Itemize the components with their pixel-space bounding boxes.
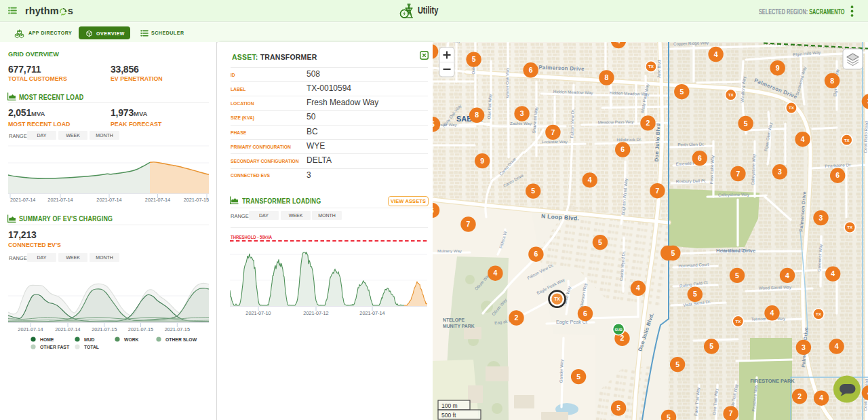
svg-text:Mulrany Way: Mulrany Way — [437, 248, 462, 253]
svg-text:3: 3 — [778, 168, 782, 176]
svg-text:4: 4 — [493, 269, 497, 277]
svg-text:Gander Way: Gander Way — [558, 359, 564, 383]
svg-text:2: 2 — [620, 334, 625, 342]
svg-text:Winter Oak Way: Winter Oak Way — [505, 67, 509, 98]
svg-text:2021-07-10: 2021-07-10 — [245, 310, 271, 316]
svg-text:Meadow Pass Way: Meadow Pass Way — [598, 119, 635, 125]
svg-text:6: 6 — [698, 154, 702, 162]
svg-text:5: 5 — [675, 360, 679, 368]
svg-text:2021-07-14: 2021-07-14 — [96, 197, 121, 202]
svg-text:2021-07-14: 2021-07-14 — [145, 197, 170, 202]
svg-text:8: 8 — [604, 73, 608, 81]
svg-text:Hillsbrook Dr.: Hillsbrook Dr. — [616, 137, 642, 142]
svg-text:100 m: 100 m — [441, 402, 458, 409]
svg-text:TX: TX — [816, 311, 822, 316]
svg-text:8: 8 — [830, 77, 834, 85]
svg-text:4: 4 — [588, 176, 592, 184]
svg-text:5: 5 — [679, 88, 684, 96]
svg-text:4: 4 — [636, 284, 640, 292]
svg-text:4: 4 — [835, 342, 839, 350]
svg-text:FIRESTONE PARK: FIRESTONE PARK — [750, 378, 795, 384]
svg-text:2: 2 — [515, 313, 519, 322]
svg-text:5: 5 — [671, 249, 675, 257]
svg-text:6: 6 — [620, 145, 625, 153]
svg-text:4: 4 — [770, 309, 774, 317]
svg-text:Heartland Drive: Heartland Drive — [716, 248, 755, 254]
svg-text:2021-07-12: 2021-07-12 — [303, 310, 328, 316]
svg-text:2: 2 — [646, 119, 650, 127]
svg-text:5: 5 — [433, 120, 435, 128]
svg-text:WORK: WORK — [124, 337, 139, 342]
svg-text:7: 7 — [467, 220, 471, 228]
svg-text:7: 7 — [655, 187, 659, 195]
svg-text:2021-07-15: 2021-07-15 — [165, 326, 190, 332]
svg-text:9: 9 — [776, 64, 780, 72]
svg-text:6: 6 — [534, 250, 538, 258]
svg-text:5: 5 — [693, 290, 697, 298]
svg-text:4: 4 — [785, 271, 789, 280]
svg-text:5: 5 — [709, 342, 713, 350]
svg-text:6: 6 — [433, 206, 434, 214]
svg-text:Zachis Way: Zachis Way — [510, 121, 532, 126]
svg-text:5: 5 — [616, 404, 620, 412]
svg-text:TX: TX — [789, 105, 795, 110]
svg-text:TX: TX — [728, 92, 734, 97]
svg-text:TX: TX — [847, 225, 853, 229]
svg-text:5: 5 — [667, 413, 671, 420]
svg-text:7: 7 — [736, 170, 740, 178]
svg-text:OTHER FAST: OTHER FAST — [40, 345, 70, 349]
svg-text:TX: TX — [554, 297, 560, 301]
svg-text:Rosbury Dell Pl.: Rosbury Dell Pl. — [676, 178, 707, 184]
svg-text:4: 4 — [714, 50, 718, 58]
svg-text:2021-07-14: 2021-07-14 — [18, 326, 43, 332]
svg-text:4: 4 — [616, 42, 620, 45]
svg-text:500 ft: 500 ft — [441, 412, 456, 419]
svg-text:TX: TX — [844, 138, 850, 142]
svg-text:OTHER SLOW: OTHER SLOW — [165, 337, 197, 342]
svg-text:Cook Riolo Road: Cook Riolo Road — [863, 121, 868, 153]
svg-text:Julio Blvd: Julio Blvd — [656, 60, 662, 78]
svg-text:3: 3 — [520, 109, 524, 117]
svg-text:2021-07-15: 2021-07-15 — [184, 197, 209, 202]
svg-text:TX: TX — [735, 319, 741, 324]
svg-text:5: 5 — [576, 373, 580, 381]
svg-text:4: 4 — [831, 269, 835, 278]
svg-text:Perth Glen Dr.: Perth Glen Dr. — [677, 142, 705, 147]
svg-text:3: 3 — [819, 214, 823, 222]
svg-text:2021-07-15: 2021-07-15 — [92, 326, 117, 332]
svg-text:2021-07-14: 2021-07-14 — [55, 326, 80, 332]
svg-text:4: 4 — [801, 135, 805, 143]
svg-text:HOME: HOME — [40, 337, 54, 342]
svg-text:7: 7 — [729, 409, 733, 417]
svg-text:6: 6 — [583, 309, 587, 318]
svg-text:7: 7 — [551, 128, 555, 136]
svg-text:TX: TX — [648, 64, 654, 69]
svg-text:MUNITY PARK: MUNITY PARK — [443, 324, 475, 328]
svg-text:4: 4 — [819, 394, 823, 402]
svg-text:5: 5 — [531, 187, 535, 195]
svg-text:5: 5 — [744, 119, 748, 128]
svg-text:SUB: SUB — [614, 328, 622, 332]
svg-text:5: 5 — [472, 55, 476, 63]
svg-text:2021-07-14: 2021-07-14 — [47, 197, 73, 202]
svg-text:5: 5 — [598, 238, 602, 246]
svg-text:5: 5 — [735, 271, 739, 280]
svg-text:9: 9 — [480, 157, 484, 165]
svg-text:TOTAL: TOTAL — [84, 345, 99, 349]
svg-text:6: 6 — [529, 66, 533, 74]
svg-text:6: 6 — [835, 171, 840, 179]
svg-text:2: 2 — [797, 392, 802, 400]
svg-text:MUD: MUD — [84, 337, 95, 342]
svg-text:NTELOPE: NTELOPE — [443, 318, 465, 322]
svg-text:8: 8 — [475, 111, 479, 119]
svg-text:Lonestar Way: Lonestar Way — [542, 139, 568, 144]
svg-text:Calleystone Way: Calleystone Way — [718, 192, 750, 197]
svg-text:2021-07-15: 2021-07-15 — [128, 326, 153, 332]
svg-text:2021-07-14: 2021-07-14 — [10, 197, 35, 202]
svg-text:3: 3 — [802, 343, 806, 351]
svg-text:2021-07-14: 2021-07-14 — [359, 310, 384, 316]
svg-text:Oak Flat Way: Oak Flat Way — [486, 93, 492, 119]
